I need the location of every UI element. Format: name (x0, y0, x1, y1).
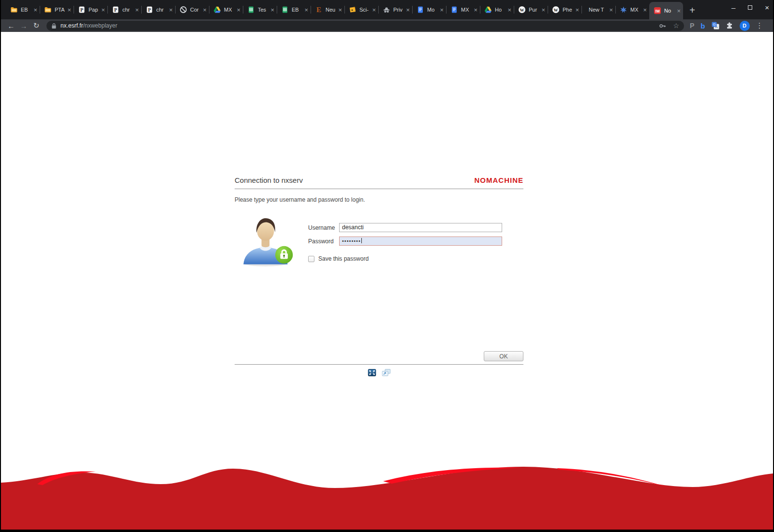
tab-pta[interactable]: PTA × (40, 0, 74, 19)
tab-label: MX (630, 7, 642, 13)
tab-close-icon[interactable]: × (575, 7, 579, 13)
tab-close-icon[interactable]: × (237, 7, 240, 13)
password-input[interactable]: •••••••• (339, 236, 502, 246)
tab-new-t[interactable]: New T × (581, 0, 615, 19)
tab-mx[interactable]: MX × (446, 0, 480, 19)
fullscreen-icon[interactable] (368, 369, 376, 376)
ok-button[interactable]: OK (484, 351, 523, 361)
folder-favicon (10, 6, 18, 14)
wikipedia-favicon (552, 6, 560, 14)
tab-close-icon[interactable]: × (203, 7, 207, 13)
tab-label: Phe (563, 7, 574, 13)
extensions-area: P b A G D ⋮ (690, 21, 763, 31)
tab-label: Neu (326, 7, 337, 13)
save-password-label: Save this password (318, 255, 369, 262)
extensions-puzzle-icon[interactable] (726, 22, 733, 30)
tab-label: No (664, 8, 676, 14)
p-extension-icon[interactable]: P (690, 22, 694, 30)
new-tab-button[interactable]: + (685, 3, 700, 17)
browser-toolbar: ← → ↻ nx.esrf.fr/nxwebplayer ☆ P b A (1, 19, 773, 32)
bookmark-star-icon[interactable]: ☆ (673, 22, 679, 30)
tab-sci-[interactable]: Sci- × (344, 0, 378, 19)
tab-close-icon[interactable]: × (101, 7, 105, 13)
close-window-button[interactable]: × (765, 4, 769, 11)
tab-close-icon[interactable]: × (609, 7, 613, 13)
tab-label: Cor (190, 7, 202, 13)
tab-phe[interactable]: Phe × (548, 0, 581, 19)
tab-chr[interactable]: chr × (107, 0, 141, 19)
incognito-favicon (383, 6, 390, 14)
sheets-favicon (247, 6, 255, 14)
endnote-favicon (315, 6, 323, 14)
tab-label: Ho (495, 7, 506, 13)
maximize-button[interactable] (748, 5, 752, 10)
wikipedia-favicon (518, 6, 526, 14)
minimize-button[interactable]: – (731, 4, 735, 11)
url-path: /nxwebplayer (83, 22, 118, 29)
tab-close-icon[interactable]: × (304, 7, 308, 13)
lock-icon (51, 23, 57, 29)
tab-close-icon[interactable]: × (33, 7, 37, 13)
tab-label: MX (224, 7, 236, 13)
docs-favicon (417, 6, 424, 14)
tab-close-icon[interactable]: × (474, 7, 477, 13)
tab-close-icon[interactable]: × (67, 7, 71, 13)
tab-close-icon[interactable]: × (440, 7, 444, 13)
folder-favicon (44, 6, 52, 14)
note-favicon (349, 6, 357, 14)
tab-neu[interactable]: Neu × (311, 0, 344, 19)
tab-close-icon[interactable]: × (372, 7, 376, 13)
password-dots: •••••••• (342, 238, 361, 244)
paper-favicon (112, 6, 119, 14)
tab-mo[interactable]: Mo × (412, 0, 446, 19)
svg-text:G: G (713, 22, 715, 27)
tab-close-icon[interactable]: × (507, 7, 511, 13)
tab-strip: EB × PTA × Pap × chr × chr × Cor × MX × … (1, 0, 773, 19)
translate-extension-icon[interactable]: A G (712, 22, 719, 30)
browser-window: EB × PTA × Pap × chr × chr × Cor × MX × … (1, 0, 773, 530)
tab-label: Priv (393, 7, 405, 13)
slash-favicon (179, 6, 187, 14)
webpage-content: Connection to nxserv NOMACHINE Please ty… (1, 32, 773, 530)
tab-ho[interactable]: Ho × (480, 0, 514, 19)
user-lock-illustration (239, 217, 296, 267)
tab-tes[interactable]: Tes × (243, 0, 277, 19)
tab-chr[interactable]: chr × (141, 0, 175, 19)
window-controls: – × (731, 0, 769, 15)
profile-avatar[interactable]: D (740, 21, 750, 31)
paper-favicon (146, 6, 153, 14)
reload-icon[interactable]: ↻ (30, 21, 43, 30)
username-input[interactable]: desancti (339, 223, 502, 232)
forward-arrow-icon[interactable]: → (17, 22, 30, 30)
tab-close-icon[interactable]: × (541, 7, 545, 13)
b-extension-icon[interactable]: b (700, 22, 705, 30)
tab-eb[interactable]: EB × (6, 0, 40, 19)
tab-close-icon[interactable]: × (338, 7, 342, 13)
address-bar[interactable]: nx.esrf.fr/nxwebplayer ☆ (46, 21, 684, 31)
password-key-icon[interactable] (659, 22, 666, 30)
tab-close-icon[interactable]: × (169, 7, 173, 13)
tab-close-icon[interactable]: × (677, 8, 681, 14)
tab-close-icon[interactable]: × (406, 7, 410, 13)
tab-no[interactable]: No × (649, 2, 683, 19)
tab-mx[interactable]: MX × (209, 0, 243, 19)
username-label: Username (308, 224, 339, 231)
tab-label: Tes (258, 7, 269, 13)
tab-mx[interactable]: MX × (615, 0, 649, 19)
docs-favicon (450, 6, 458, 14)
tab-pur[interactable]: Pur × (514, 0, 548, 19)
url-text: nx.esrf.fr/nxwebplayer (60, 22, 117, 29)
browser-menu-icon[interactable]: ⋮ (756, 21, 763, 30)
tab-label: chr (156, 7, 168, 13)
tab-close-icon[interactable]: × (643, 7, 647, 13)
tab-cor[interactable]: Cor × (175, 0, 209, 19)
save-password-checkbox[interactable] (308, 256, 314, 262)
tab-priv[interactable]: Priv × (378, 0, 412, 19)
tab-close-icon[interactable]: × (135, 7, 139, 13)
display-settings-icon[interactable] (382, 369, 390, 376)
drive-favicon (213, 6, 221, 14)
tab-close-icon[interactable]: × (270, 7, 274, 13)
back-arrow-icon[interactable]: ← (5, 22, 17, 30)
tab-eb[interactable]: EB × (277, 0, 311, 19)
tab-pap[interactable]: Pap × (74, 0, 107, 19)
